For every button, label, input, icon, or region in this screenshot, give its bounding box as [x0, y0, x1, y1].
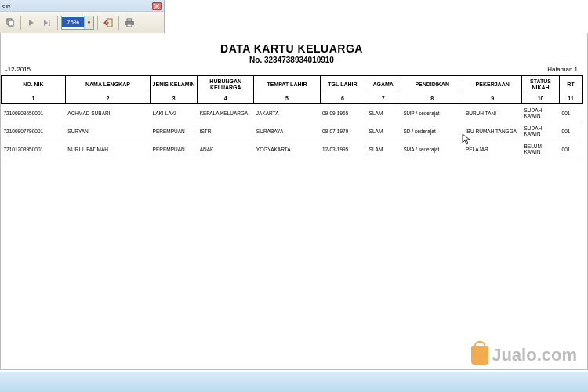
nav-last-button[interactable]: [40, 16, 54, 30]
taskbar: [0, 372, 588, 392]
cell-kelamin: LAKI-LAKI: [151, 104, 198, 122]
zoom-value: 75%: [62, 17, 84, 27]
watermark-text: Jualo.com: [492, 345, 577, 365]
table-row: 72100908650001ACHMAD SUBARILAKI-LAKIKEPA…: [2, 104, 583, 122]
window-title: ew: [2, 2, 10, 9]
cell-tempat: SURABAYA: [254, 122, 320, 140]
zoom-dropdown[interactable]: ▼: [84, 16, 93, 29]
play-icon: [28, 19, 34, 27]
cell-tgl: 12-03-1995: [320, 140, 365, 158]
cell-nik: 72100908650001: [2, 104, 66, 122]
table-row: 72101203950001NURUL FATIMAHPEREMPUANANAK…: [2, 140, 583, 158]
cell-tempat: YOGYAKARTA: [254, 140, 320, 158]
colnum: 2: [65, 93, 150, 104]
bag-icon: [471, 346, 488, 365]
cell-hubungan: ANAK: [198, 140, 254, 158]
copy-icon: [5, 18, 15, 27]
end-icon: [43, 19, 51, 27]
exit-icon: [103, 17, 114, 28]
cell-tempat: JAKARTA: [254, 104, 320, 122]
cell-nikah: BELUM KAWIN: [521, 140, 559, 158]
exit-button[interactable]: [101, 16, 115, 30]
col-nama: NAMA LENGKAP: [65, 76, 150, 93]
svg-rect-5: [127, 19, 132, 21]
cell-pekerjaan: BURUH TANI: [463, 104, 522, 122]
cell-tgl: 08-07-1979: [320, 122, 365, 140]
colnum: 6: [320, 93, 365, 104]
cell-rt: 001: [560, 140, 583, 158]
nav-next-button[interactable]: [24, 16, 38, 30]
cell-agama: ISLAM: [365, 140, 401, 158]
close-icon: [154, 4, 159, 9]
copy-button[interactable]: [3, 16, 17, 30]
col-agama: AGAMA: [365, 76, 401, 93]
toolbar-row: 75% ▼: [0, 12, 164, 33]
col-pendidikan: PENDIDIKAN: [401, 76, 463, 93]
col-pekerjaan: PEKERJAAN: [463, 76, 522, 93]
report-number: No. 3234738934010910: [1, 56, 583, 64]
cell-pekerjaan: PELAJAR: [463, 140, 522, 158]
toolbar-divider: [20, 16, 21, 30]
cell-nama: NURUL FATIMAH: [65, 140, 150, 158]
report-viewport: DATA KARTU KELUARGA No. 3234738934010910…: [0, 33, 588, 370]
report-date: -12-2015: [5, 66, 31, 73]
cell-pekerjaan: IBU RUMAH TANGGA: [463, 122, 522, 140]
svg-rect-6: [127, 24, 132, 27]
cell-nik: 72101203950001: [2, 140, 66, 158]
cell-nikah: SUDAH KAWIN: [521, 104, 559, 122]
cell-tgl: 09-09-1965: [320, 104, 365, 122]
col-nikah: STATUS NIKAH: [521, 76, 559, 93]
data-table: NO. NIK NAMA LENGKAP JENIS KELAMIN HUBUN…: [1, 75, 583, 158]
cell-pendidikan: SMP / sederajat: [401, 104, 463, 122]
cell-rt: 001: [560, 104, 583, 122]
cell-pendidikan: SD / sederajat: [401, 122, 463, 140]
colnum: 4: [198, 93, 254, 104]
colnum: 1: [2, 93, 66, 104]
colnum: 7: [365, 93, 401, 104]
cell-nama: SURYANI: [65, 122, 150, 140]
cell-nik: 72100807790001: [2, 122, 66, 140]
col-nik: NO. NIK: [2, 76, 66, 93]
cell-nama: ACHMAD SUBARI: [65, 104, 150, 122]
toolbar-divider: [97, 16, 98, 30]
cell-kelamin: PEREMPUAN: [151, 140, 198, 158]
cell-hubungan: KEPALA KELUARGA: [198, 104, 254, 122]
col-rt: RT: [560, 76, 583, 93]
cell-agama: ISLAM: [365, 122, 401, 140]
report-title: DATA KARTU KELUARGA: [1, 42, 583, 55]
window-titlebar: ew: [0, 1, 164, 12]
toolbar-divider: [57, 16, 58, 30]
printer-icon: [124, 18, 135, 27]
preview-toolbar: ew 75% ▼: [0, 0, 165, 33]
colnum: 5: [254, 93, 320, 104]
table-number-row: 1 2 3 4 5 6 7 8 9 10 11: [2, 93, 583, 104]
zoom-combo[interactable]: 75% ▼: [61, 16, 94, 30]
table-row: 72100807790001SURYANIPEREMPUANISTRISURAB…: [2, 122, 583, 140]
colnum: 8: [401, 93, 463, 104]
cell-kelamin: PEREMPUAN: [151, 122, 198, 140]
colnum: 9: [463, 93, 522, 104]
cell-agama: ISLAM: [365, 104, 401, 122]
cell-nikah: SUDAH KAWIN: [521, 122, 559, 140]
cell-pendidikan: SMA / sederajat: [401, 140, 463, 158]
print-button[interactable]: [122, 16, 136, 30]
col-kelamin: JENIS KELAMIN: [151, 76, 198, 93]
cell-rt: 001: [560, 122, 583, 140]
colnum: 3: [151, 93, 198, 104]
close-button[interactable]: [152, 2, 162, 10]
colnum: 11: [560, 93, 583, 104]
col-hubungan: HUBUNGAN KELUARGA: [198, 76, 254, 93]
report-header: DATA KARTU KELUARGA No. 3234738934010910: [1, 42, 583, 64]
col-tgl: TGL LAHIR: [320, 76, 365, 93]
svg-rect-2: [49, 20, 50, 26]
colnum: 10: [521, 93, 559, 104]
col-tempat: TEMPAT LAHIR: [254, 76, 320, 93]
table-header-row: NO. NIK NAMA LENGKAP JENIS KELAMIN HUBUN…: [2, 76, 583, 93]
cell-hubungan: ISTRI: [198, 122, 254, 140]
watermark: Jualo.com: [471, 345, 577, 365]
toolbar-divider: [118, 16, 119, 30]
report-page: Halaman 1: [547, 66, 578, 73]
svg-rect-1: [9, 20, 13, 26]
